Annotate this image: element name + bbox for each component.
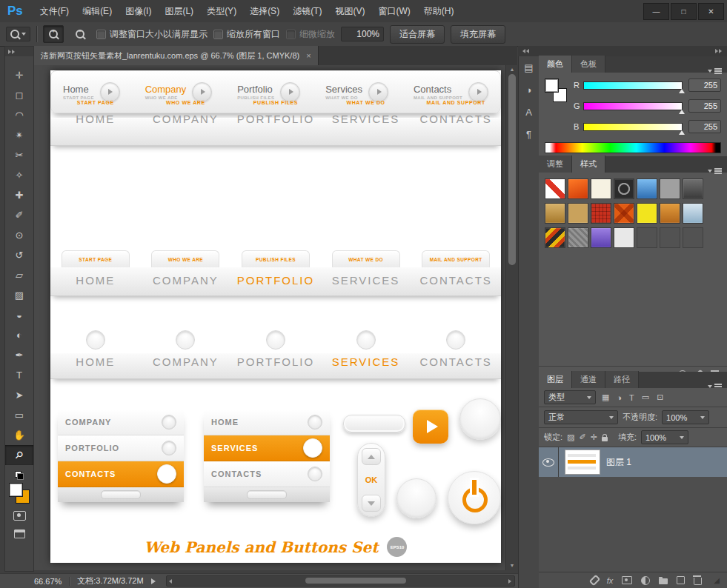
arrow-circle-button[interactable]	[468, 82, 488, 102]
hand-tool[interactable]: ✋	[5, 425, 33, 445]
step-down-button[interactable]	[362, 495, 381, 512]
quick-mask-button[interactable]	[13, 511, 26, 521]
radio-button[interactable]	[162, 415, 176, 430]
nav-item-services[interactable]: WHAT WE DO SERVICES	[321, 100, 411, 146]
marquee-tool[interactable]: ◻	[5, 85, 33, 105]
panel-menu-icon[interactable]	[703, 170, 727, 173]
tab-adjustments[interactable]: 调整	[539, 156, 572, 173]
style-steel-blue[interactable]	[683, 203, 703, 224]
drag-handle[interactable]	[101, 490, 141, 499]
style-purple[interactable]	[591, 227, 611, 248]
nav-item-portfolio[interactable]: Portfolio PUBLISH FILES	[237, 82, 300, 102]
vertical-scrollbar[interactable]: ▲ ▼	[505, 65, 518, 570]
radio-button[interactable]	[86, 330, 105, 350]
brush-tool[interactable]: ✐	[5, 205, 33, 225]
new-layer-icon[interactable]	[677, 576, 685, 584]
style-tan[interactable]	[568, 203, 588, 224]
style-red-grid[interactable]	[591, 203, 611, 224]
fill-dropdown[interactable]: 100%	[641, 430, 688, 444]
add-mask-icon[interactable]	[622, 576, 632, 584]
menu-help[interactable]: 帮助(H)	[417, 5, 461, 18]
zoom-in-button[interactable]: +	[43, 25, 64, 43]
nav-item-company[interactable]: Company WHO WE ARE	[145, 82, 213, 102]
style-blue[interactable]	[637, 178, 657, 199]
slider-thumb[interactable]	[679, 89, 685, 93]
nav-item-contacts[interactable]: MAIL AND SUPPORT CONTACTS	[411, 250, 501, 299]
power-button[interactable]	[448, 471, 501, 524]
style-amber[interactable]	[660, 203, 680, 224]
play-button[interactable]	[413, 410, 448, 444]
radio-button[interactable]	[356, 330, 376, 350]
delete-layer-icon[interactable]	[694, 578, 702, 585]
zoom-out-button[interactable]: −	[70, 25, 90, 43]
nav-item-home[interactable]: Home START PAGE	[63, 82, 120, 102]
nav-tab-pill[interactable]: WHO WE ARE	[151, 250, 219, 267]
zoom-level[interactable]: 66.67%	[0, 577, 62, 586]
menu-type[interactable]: 类型(Y)	[200, 5, 243, 18]
nav-item-home[interactable]: START PAGE HOME	[50, 100, 141, 146]
style-red-orange[interactable]	[568, 178, 588, 199]
adjustment-layer-icon[interactable]	[641, 576, 650, 585]
style-light[interactable]	[614, 227, 634, 248]
opacity-dropdown[interactable]: 100%	[662, 410, 709, 424]
tab-close-icon[interactable]: ×	[306, 51, 311, 60]
radio-button[interactable]	[176, 330, 195, 350]
channel-value-field[interactable]: 255	[688, 78, 721, 92]
eraser-tool[interactable]: ▱	[5, 265, 33, 285]
status-options-icon[interactable]	[151, 578, 156, 584]
nav-item-services[interactable]: SERVICES	[321, 330, 411, 378]
nav-item-contacts[interactable]: MAIL AND SUPPORT CONTACTS	[411, 100, 501, 146]
menu-edit[interactable]: 编辑(E)	[76, 5, 119, 18]
scroll-left-icon[interactable]	[169, 579, 172, 584]
filter-adjustment-layers-icon[interactable]: ◑	[615, 393, 623, 402]
new-group-icon[interactable]	[659, 578, 668, 584]
layer-style-icon[interactable]: fx	[607, 576, 614, 585]
list-item[interactable]: CONTACTS	[204, 461, 330, 487]
nav-tab-pill[interactable]: MAIL AND SUPPORT	[422, 250, 490, 267]
pill-button[interactable]	[343, 415, 405, 432]
lasso-tool[interactable]: ◠	[5, 105, 33, 125]
zoom-percentage-field[interactable]: 100%	[341, 27, 384, 41]
collapse-panels-icon[interactable]	[715, 49, 723, 53]
clone-stamp-tool[interactable]: ⊙	[5, 225, 33, 245]
quick-selection-tool[interactable]: ✴	[5, 125, 33, 145]
radio-button[interactable]	[308, 415, 322, 430]
layer-filter-dropdown[interactable]: 类型	[544, 390, 596, 404]
channel-slider[interactable]	[583, 102, 683, 110]
lock-all-icon[interactable]	[602, 437, 608, 441]
color-spectrum-ramp[interactable]	[545, 142, 721, 153]
list-item[interactable]: COMPANY	[58, 410, 184, 435]
arrow-circle-button[interactable]	[192, 82, 212, 102]
style-orange-cross[interactable]	[614, 203, 634, 224]
radio-button[interactable]	[266, 330, 285, 350]
scrollbar-thumb[interactable]	[305, 578, 406, 584]
style-none[interactable]	[545, 178, 565, 199]
horizontal-scrollbar[interactable]	[166, 575, 515, 587]
list-item[interactable]: HOME	[204, 410, 330, 435]
history-panel-icon[interactable]: ▤	[519, 56, 539, 78]
foreground-color-swatch[interactable]	[545, 78, 559, 93]
slider-thumb[interactable]	[679, 110, 685, 114]
gradient-tool[interactable]: ▨	[5, 285, 33, 305]
nav-item-company[interactable]: WHO WE ARE COMPANY	[141, 100, 231, 146]
menu-filter[interactable]: 滤镜(T)	[286, 5, 328, 18]
slider-thumb[interactable]	[679, 130, 685, 135]
nav-tab-pill[interactable]: PUBLISH FILES	[242, 250, 310, 267]
lock-pixels-icon[interactable]: ✐	[579, 432, 585, 442]
resize-grip[interactable]: ◢	[714, 576, 720, 584]
tab-paths[interactable]: 路径	[605, 371, 639, 388]
eyedropper-tool[interactable]: ✧	[5, 165, 33, 185]
scroll-right-icon[interactable]	[508, 579, 511, 584]
blend-mode-dropdown[interactable]: 正常	[544, 410, 618, 424]
nav-item-portfolio[interactable]: PORTFOLIO	[230, 330, 321, 378]
channel-value-field[interactable]: 255	[688, 120, 721, 133]
nav-item-home[interactable]: HOME	[50, 330, 141, 378]
filter-smart-objects-icon[interactable]: ⊡	[655, 392, 665, 402]
radio-button[interactable]	[303, 438, 322, 458]
style-multicolor[interactable]	[545, 227, 565, 248]
blur-tool[interactable]: ◒	[5, 305, 33, 325]
resize-windows-checkbox[interactable]: 调整窗口大小以满屏显示	[96, 28, 208, 41]
screen-mode-button[interactable]	[14, 529, 25, 538]
nav-item-portfolio[interactable]: PUBLISH FILES PORTFOLIO	[230, 250, 321, 299]
style-dark-ring[interactable]	[614, 178, 634, 199]
